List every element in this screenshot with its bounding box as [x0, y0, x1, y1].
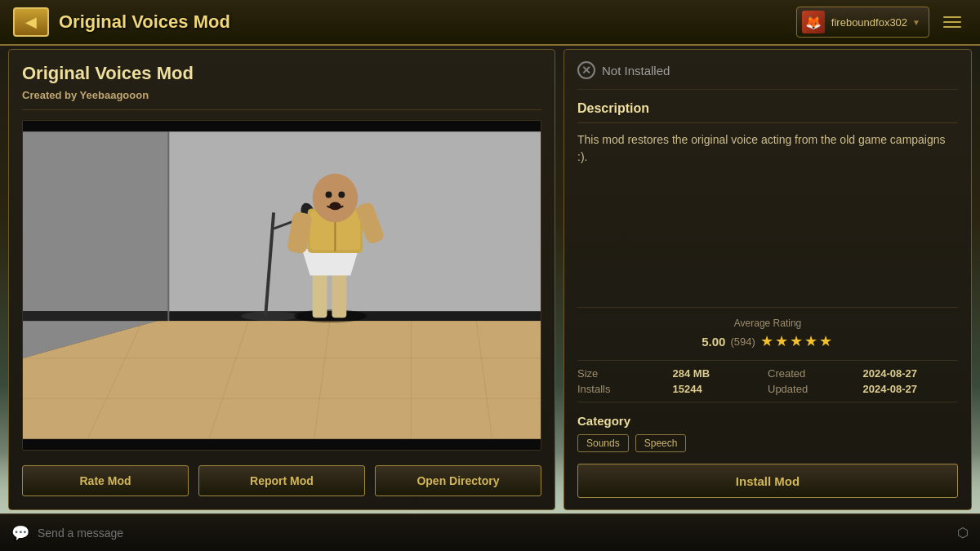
- menu-line-2: [943, 21, 961, 23]
- updated-label: Updated: [768, 383, 863, 395]
- created-label: Created: [768, 367, 863, 380]
- category-label: Category: [577, 414, 958, 428]
- open-directory-button[interactable]: Open Directory: [375, 465, 541, 496]
- rating-section: Average Rating 5.00 (594) ★★★★★: [577, 318, 958, 350]
- main-container: Original Voices Mod Created by Yeebaagoo…: [8, 49, 972, 510]
- updated-value: 2024-08-27: [863, 383, 959, 395]
- mod-title: Original Voices Mod: [22, 63, 541, 84]
- svg-point-27: [313, 174, 358, 222]
- created-value: 2024-08-27: [863, 367, 959, 380]
- svg-point-30: [329, 202, 341, 210]
- chat-bar: 💬 ⬡: [0, 513, 980, 551]
- rating-stars: ★★★★★: [760, 332, 834, 350]
- action-buttons: Rate Mod Report Mod Open Directory: [22, 465, 541, 496]
- back-button[interactable]: [13, 7, 49, 37]
- description-body: This mod restores the original voice act…: [577, 131, 958, 297]
- category-section: Category Sounds Speech: [577, 414, 958, 452]
- size-value: 284 MB: [673, 367, 768, 380]
- description-title: Description: [577, 101, 958, 123]
- installs-value: 15244: [673, 383, 768, 395]
- tag-row: Sounds Speech: [577, 434, 958, 452]
- username-label: fireboundfox302: [831, 16, 907, 29]
- menu-line-1: [943, 16, 961, 18]
- mod-scene-svg: [23, 121, 541, 450]
- rating-row: 5.00 (594) ★★★★★: [577, 332, 958, 350]
- mod-author: Created by Yeebaagooon: [22, 89, 541, 110]
- install-mod-button[interactable]: Install Mod: [577, 464, 958, 498]
- report-mod-button[interactable]: Report Mod: [198, 465, 365, 496]
- page-title: Original Voices Mod: [59, 11, 796, 33]
- chat-icon: 💬: [11, 524, 29, 542]
- status-text: Not Installed: [602, 64, 670, 78]
- menu-button[interactable]: [938, 7, 967, 37]
- tag-speech[interactable]: Speech: [635, 434, 687, 452]
- dropdown-arrow-icon: ▼: [912, 18, 920, 27]
- chat-send-icon[interactable]: ⬡: [957, 525, 969, 540]
- meta-grid: Size 284 MB Created 2024-08-27 Installs …: [577, 360, 958, 402]
- size-label: Size: [577, 367, 673, 380]
- svg-point-29: [338, 192, 345, 198]
- header: Original Voices Mod 🦊 fireboundfox302 ▼: [0, 0, 980, 46]
- user-profile-button[interactable]: 🦊 fireboundfox302 ▼: [796, 7, 929, 38]
- svg-point-18: [294, 309, 367, 322]
- tag-sounds[interactable]: Sounds: [577, 434, 629, 452]
- status-bar: ✕ Not Installed: [577, 61, 958, 90]
- avatar: 🦊: [802, 11, 825, 33]
- right-panel: ✕ Not Installed Description This mod res…: [564, 49, 972, 510]
- svg-rect-12: [23, 311, 168, 321]
- rate-mod-button[interactable]: Rate Mod: [22, 465, 189, 496]
- menu-line-3: [943, 26, 961, 28]
- rating-count: (594): [730, 335, 755, 348]
- svg-point-15: [241, 311, 297, 321]
- installs-label: Installs: [577, 383, 673, 395]
- svg-rect-19: [313, 273, 327, 318]
- rating-label: Average Rating: [577, 318, 958, 329]
- not-installed-icon: ✕: [577, 61, 595, 79]
- chat-input[interactable]: [38, 527, 949, 540]
- divider-1: [577, 307, 958, 308]
- svg-point-28: [325, 192, 332, 198]
- rating-score: 5.00: [702, 335, 725, 349]
- mod-image: [22, 120, 541, 451]
- svg-rect-20: [332, 273, 346, 318]
- left-panel: Original Voices Mod Created by Yeebaagoo…: [8, 49, 555, 510]
